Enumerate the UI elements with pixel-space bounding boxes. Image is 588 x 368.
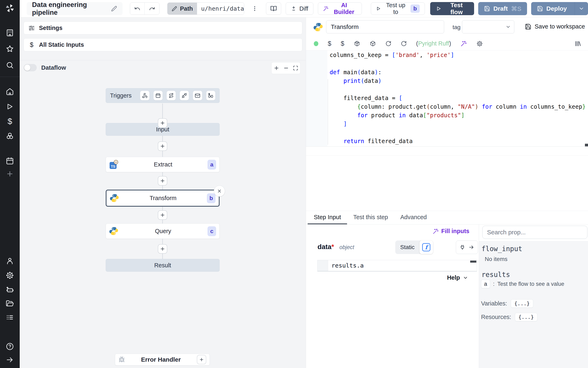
flow-title-box: Data engineering pipeline bbox=[27, 2, 123, 15]
library-panel-icon[interactable] bbox=[574, 40, 581, 47]
error-handler-node[interactable]: Error Handler bbox=[115, 354, 210, 366]
remove-step-close-icon[interactable] bbox=[214, 185, 225, 197]
resources-boxes-icon[interactable] bbox=[0, 130, 20, 142]
favorites-star-icon[interactable] bbox=[0, 43, 20, 55]
insert-step-button[interactable] bbox=[158, 244, 167, 254]
undo-redo-group bbox=[130, 2, 160, 15]
variable-picker-icon[interactable]: $ bbox=[328, 40, 331, 47]
folders-icon[interactable] bbox=[0, 298, 20, 309]
code-line: ] bbox=[330, 120, 586, 128]
resources-row: Resources: {...} bbox=[481, 313, 537, 321]
apps-icon[interactable] bbox=[0, 27, 20, 38]
email-trigger-icon[interactable] bbox=[193, 91, 202, 100]
search-prop-input[interactable] bbox=[482, 226, 587, 239]
results-section-label[interactable]: results bbox=[482, 271, 510, 279]
tag-select[interactable] bbox=[462, 20, 514, 33]
ai-builder-button[interactable]: AI Builder bbox=[318, 2, 362, 15]
reload-icon[interactable] bbox=[401, 41, 407, 46]
transform-node[interactable]: Transform b bbox=[106, 190, 220, 207]
page-title: Data engineering pipeline bbox=[32, 1, 106, 16]
resources-expand-chip[interactable]: {...} bbox=[515, 313, 537, 321]
save-to-workspace-button[interactable]: Save to workspace bbox=[525, 23, 585, 30]
home-icon[interactable] bbox=[0, 86, 20, 97]
poll-trigger-icon[interactable] bbox=[206, 91, 215, 100]
extract-node[interactable]: TS Extract a bbox=[106, 157, 220, 172]
schedule-trigger-icon[interactable] bbox=[153, 91, 162, 100]
insert-step-button[interactable] bbox=[158, 141, 167, 151]
add-plus-icon[interactable] bbox=[0, 168, 20, 180]
chevron-down-icon bbox=[505, 24, 511, 29]
add-error-handler-button[interactable] bbox=[197, 355, 206, 364]
test-up-to-button[interactable]: Test up to b bbox=[371, 2, 425, 15]
runs-play-icon[interactable] bbox=[0, 101, 20, 112]
insert-step-button[interactable] bbox=[158, 118, 167, 128]
arg-type: object bbox=[340, 244, 354, 250]
all-static-inputs-row[interactable]: $ All Static Inputs bbox=[24, 38, 302, 51]
ai-wand-icon[interactable] bbox=[461, 40, 467, 47]
expression-value[interactable]: results.a bbox=[328, 260, 364, 271]
path-edit-button[interactable]: Path bbox=[168, 3, 197, 15]
more-kebab-icon[interactable] bbox=[252, 6, 258, 12]
code-editor[interactable]: columns_to_keep = ['brand', 'price'] def… bbox=[306, 50, 588, 146]
docs-book-button[interactable] bbox=[266, 2, 281, 15]
deploy-dropdown-toggle[interactable] bbox=[575, 2, 588, 15]
test-up-to-badge: b bbox=[410, 5, 420, 13]
triggers-label: Triggers bbox=[110, 92, 132, 99]
expression-editor[interactable]: results.a bbox=[317, 260, 477, 271]
search-icon[interactable] bbox=[0, 59, 20, 71]
variables-dollar-icon[interactable]: $ bbox=[0, 116, 20, 127]
result-node[interactable]: Result bbox=[106, 259, 220, 272]
props-panel: flow_input No items results a : Test the… bbox=[479, 224, 588, 368]
package-icon[interactable] bbox=[354, 40, 360, 47]
test-flow-button[interactable]: Test flow bbox=[430, 2, 474, 15]
resource-picker-icon[interactable]: $ bbox=[341, 40, 344, 47]
user-icon[interactable] bbox=[0, 255, 20, 267]
edit-title-pencil-icon[interactable] bbox=[111, 6, 117, 12]
expand-arrow-icon[interactable] bbox=[0, 354, 20, 366]
tab-advanced[interactable]: Advanced bbox=[394, 211, 433, 224]
windmill-logo-icon[interactable] bbox=[0, 2, 20, 15]
result-item-badge[interactable]: a bbox=[481, 280, 490, 288]
result-item[interactable]: a : Test the flow to see a value bbox=[481, 280, 564, 288]
props-list: flow_input No items results a : Test the… bbox=[479, 241, 588, 368]
query-node[interactable]: Query c bbox=[106, 223, 220, 239]
input-mode-toggle: Static f bbox=[395, 240, 433, 254]
draft-button[interactable]: Draft ⌘S bbox=[478, 2, 527, 15]
svg-text:TS: TS bbox=[111, 165, 115, 168]
variables-expand-chip[interactable]: {...} bbox=[511, 299, 533, 308]
tab-step-input[interactable]: Step Input bbox=[308, 211, 347, 224]
package-icon[interactable] bbox=[370, 40, 376, 47]
flow-input-section-label[interactable]: flow_input bbox=[482, 245, 522, 253]
schedules-calendar-icon[interactable] bbox=[0, 155, 20, 167]
expression-scrollbar[interactable] bbox=[470, 261, 476, 263]
tab-test-this-step[interactable]: Test this step bbox=[347, 211, 394, 224]
workers-bot-icon[interactable] bbox=[0, 284, 20, 295]
path-control: Path u/henri/data_ bbox=[167, 2, 244, 15]
arrow-right-icon[interactable] bbox=[469, 244, 474, 250]
flow-settings-row[interactable]: Settings bbox=[24, 21, 302, 35]
help-toggle[interactable]: Help bbox=[447, 274, 468, 281]
route-trigger-icon[interactable] bbox=[167, 91, 176, 100]
variables-label: Variables: bbox=[481, 300, 507, 307]
insert-step-button[interactable] bbox=[158, 210, 167, 220]
diff-button[interactable]: Diff bbox=[286, 2, 313, 15]
static-mode-label[interactable]: Static bbox=[395, 244, 419, 250]
step-name-input[interactable] bbox=[326, 20, 444, 33]
path-value[interactable]: u/henri/data_ bbox=[197, 3, 244, 15]
deploy-button[interactable]: Deploy bbox=[531, 2, 588, 15]
editor-settings-gear-icon[interactable] bbox=[476, 40, 483, 47]
webhook-trigger-icon[interactable] bbox=[140, 91, 149, 100]
triggers-node[interactable]: Triggers bbox=[106, 88, 220, 103]
logs-list-icon[interactable] bbox=[0, 312, 20, 323]
editor-scrollbar[interactable] bbox=[585, 144, 588, 147]
plug-icon[interactable] bbox=[460, 244, 465, 250]
reload-icon[interactable] bbox=[385, 41, 391, 46]
expression-mode-button[interactable]: f bbox=[419, 240, 433, 254]
undo-button[interactable] bbox=[130, 3, 145, 15]
settings-gear-icon[interactable] bbox=[0, 270, 20, 281]
plug-trigger-icon[interactable] bbox=[180, 91, 189, 100]
insert-step-button[interactable] bbox=[158, 176, 167, 185]
help-icon[interactable] bbox=[0, 341, 20, 352]
redo-button[interactable] bbox=[145, 3, 159, 15]
fill-inputs-button[interactable]: Fill inputs bbox=[433, 228, 469, 235]
